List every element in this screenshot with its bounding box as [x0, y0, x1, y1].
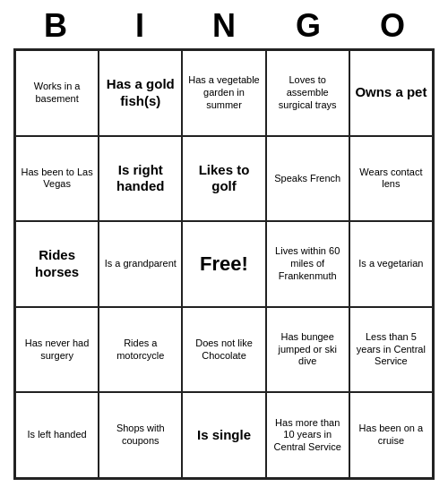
- bingo-cell-12[interactable]: Free!: [182, 221, 265, 307]
- bingo-cell-18[interactable]: Has bungee jumped or ski dive: [266, 307, 349, 393]
- bingo-cell-13[interactable]: Lives within 60 miles of Frankenmuth: [266, 221, 349, 307]
- bingo-cell-21[interactable]: Shops with coupons: [99, 392, 182, 478]
- bingo-cell-19[interactable]: Less than 5 years in Central Service: [349, 307, 433, 393]
- bingo-cell-15[interactable]: Has never had surgery: [15, 307, 99, 393]
- bingo-cell-24[interactable]: Has been on a cruise: [349, 392, 433, 478]
- header-letter-i: I: [100, 7, 179, 45]
- bingo-cell-11[interactable]: Is a grandparent: [99, 221, 182, 307]
- header-letter-g: G: [269, 7, 348, 45]
- bingo-header: BINGO: [13, 7, 435, 45]
- bingo-cell-7[interactable]: Likes to golf: [182, 136, 265, 222]
- bingo-cell-10[interactable]: Rides horses: [15, 221, 99, 307]
- bingo-cell-2[interactable]: Has a vegetable garden in summer: [182, 50, 265, 136]
- bingo-cell-6[interactable]: Is right handed: [99, 136, 182, 222]
- bingo-cell-20[interactable]: Is left handed: [15, 392, 99, 478]
- bingo-grid: Works in a basementHas a gold fish(s)Has…: [13, 48, 435, 480]
- bingo-cell-22[interactable]: Is single: [182, 392, 265, 478]
- bingo-cell-14[interactable]: Is a vegetarian: [349, 221, 433, 307]
- bingo-cell-3[interactable]: Loves to assemble surgical trays: [266, 50, 349, 136]
- bingo-cell-5[interactable]: Has been to Las Vegas: [15, 136, 99, 222]
- bingo-cell-8[interactable]: Speaks French: [266, 136, 349, 222]
- header-letter-o: O: [353, 7, 432, 45]
- bingo-cell-4[interactable]: Owns a pet: [349, 50, 433, 136]
- bingo-cell-1[interactable]: Has a gold fish(s): [99, 50, 182, 136]
- header-letter-b: B: [16, 7, 95, 45]
- bingo-cell-23[interactable]: Has more than 10 years in Central Servic…: [266, 392, 349, 478]
- bingo-cell-17[interactable]: Does not like Chocolate: [182, 307, 265, 393]
- bingo-cell-9[interactable]: Wears contact lens: [349, 136, 433, 222]
- bingo-cell-0[interactable]: Works in a basement: [15, 50, 99, 136]
- header-letter-n: N: [185, 7, 263, 45]
- bingo-cell-16[interactable]: Rides a motorcycle: [99, 307, 182, 393]
